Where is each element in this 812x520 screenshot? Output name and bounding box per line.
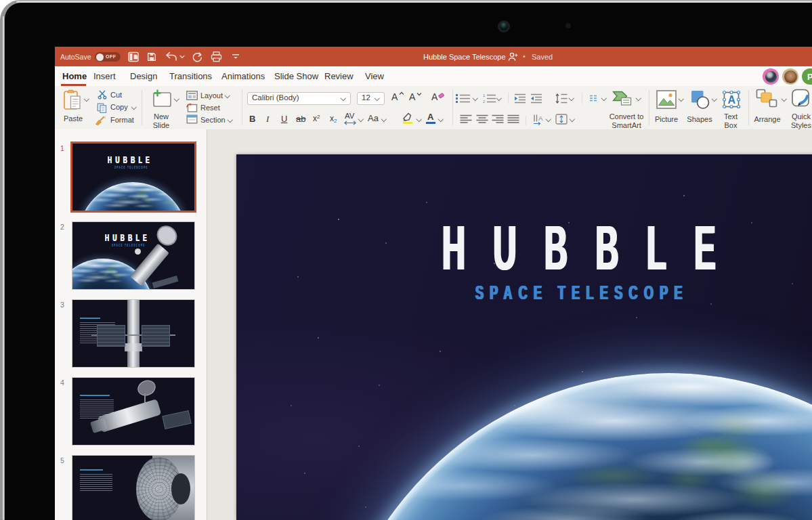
svg-text:2: 2: [483, 100, 485, 104]
svg-text:1: 1: [483, 93, 485, 98]
svg-text:P: P: [807, 72, 812, 82]
svg-text:A: A: [728, 94, 736, 106]
svg-text:A: A: [538, 114, 543, 122]
